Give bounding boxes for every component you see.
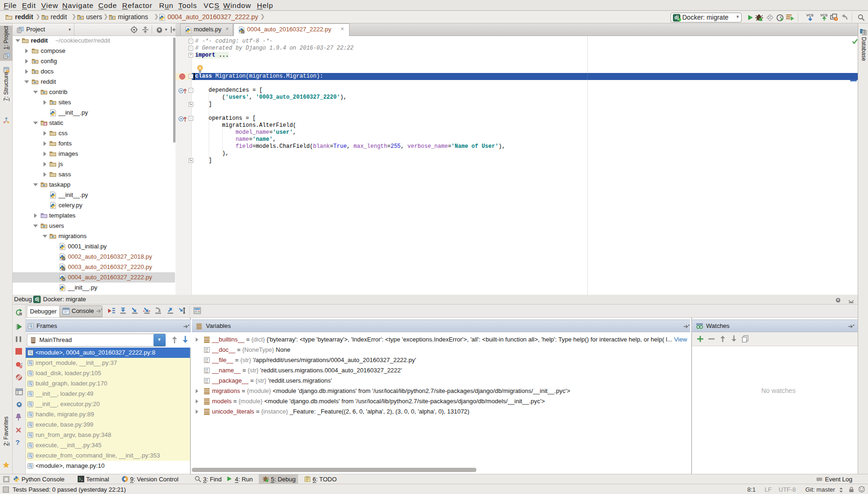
svg-text:?: ? bbox=[15, 439, 20, 446]
svg-text:VCS: VCS bbox=[820, 13, 827, 17]
svg-text:VCS: VCS bbox=[806, 13, 813, 17]
